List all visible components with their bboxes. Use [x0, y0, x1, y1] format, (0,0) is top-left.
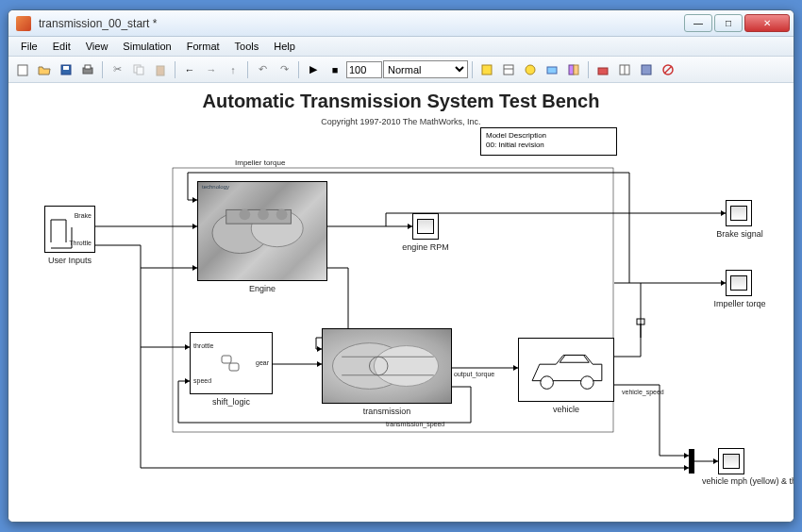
- paste-icon[interactable]: [150, 59, 171, 80]
- menu-edit[interactable]: Edit: [46, 39, 77, 54]
- menu-simulation[interactable]: Simulation: [116, 39, 177, 54]
- svg-point-41: [258, 208, 269, 220]
- library-browser-icon[interactable]: [593, 59, 613, 80]
- svg-rect-8: [482, 65, 492, 75]
- svg-rect-6: [137, 67, 143, 75]
- menu-help[interactable]: Help: [267, 39, 302, 54]
- label-shift-logic: shift_logic: [190, 397, 273, 407]
- menu-format[interactable]: Format: [180, 39, 226, 54]
- label-user-inputs: User Inputs: [44, 256, 95, 265]
- label-brake-signal: Brake signal: [711, 229, 768, 239]
- label-output-torque: output_torque: [454, 371, 494, 377]
- description-box[interactable]: Model Description 00: Initial revision: [480, 127, 617, 156]
- port-sl-gear: gear: [256, 359, 269, 366]
- svg-point-52: [541, 376, 554, 390]
- car-icon: [519, 339, 613, 401]
- block-impeller-torqe-scope[interactable]: [726, 270, 752, 296]
- label-transmission-speed: transmission_speed: [386, 421, 444, 427]
- svg-point-11: [526, 65, 535, 75]
- open-icon[interactable]: [34, 59, 55, 80]
- model-explorer-icon[interactable]: [614, 59, 635, 80]
- svg-rect-2: [63, 66, 69, 70]
- close-button[interactable]: ✕: [744, 14, 790, 32]
- app-window: transmission_00_start * — □ ✕ File Edit …: [8, 9, 794, 523]
- undo-icon[interactable]: ↶: [252, 59, 273, 80]
- label-engine: Engine: [197, 284, 327, 293]
- scope-icon: [727, 271, 751, 295]
- redo-icon[interactable]: ↷: [274, 59, 294, 80]
- svg-rect-0: [18, 65, 27, 75]
- svg-rect-18: [642, 65, 651, 75]
- transmission-image: [323, 329, 451, 403]
- scope-icon: [413, 214, 438, 239]
- svg-rect-12: [547, 67, 557, 74]
- minimize-button[interactable]: —: [684, 14, 712, 32]
- titlebar[interactable]: transmission_00_start * — □ ✕: [8, 10, 794, 37]
- block-vehicle-mph-scope[interactable]: [718, 448, 744, 474]
- port-sl-throttle: throttle: [193, 342, 213, 349]
- desc-line2: 00: Initial revision: [486, 141, 611, 150]
- port-brake: Brake: [75, 212, 92, 219]
- block-transmission[interactable]: [322, 328, 452, 404]
- label-vehicle: vehicle: [518, 405, 614, 414]
- menu-tools[interactable]: Tools: [228, 39, 266, 54]
- label-transmission: transmission: [322, 407, 452, 416]
- svg-rect-14: [574, 65, 578, 75]
- block-shift-logic[interactable]: throttle speed gear: [190, 332, 273, 394]
- svg-rect-13: [569, 65, 574, 75]
- svg-rect-15: [598, 68, 608, 75]
- svg-rect-9: [504, 65, 513, 75]
- port-sl-speed: speed: [193, 377, 211, 384]
- back-icon[interactable]: ←: [179, 59, 200, 80]
- print-icon[interactable]: [77, 59, 98, 80]
- svg-point-53: [581, 376, 594, 390]
- stop-icon[interactable]: ■: [325, 59, 345, 80]
- tb-icon-5[interactable]: [563, 59, 584, 80]
- simulation-mode-select[interactable]: Normal: [383, 60, 468, 78]
- menu-file[interactable]: File: [14, 39, 44, 54]
- label-impeller-torqe: Impeller torqe: [709, 299, 771, 308]
- window-title: transmission_00_start *: [35, 17, 682, 30]
- block-mux[interactable]: [689, 449, 694, 474]
- diagram-title: Automatic Transmission System Test Bench: [8, 91, 794, 112]
- label-impeller-torque: Impeller torque: [235, 158, 285, 167]
- tb-icon-3[interactable]: [520, 59, 541, 80]
- tb-icon-4[interactable]: [542, 59, 562, 80]
- svg-point-46: [374, 346, 438, 387]
- block-engine[interactable]: [197, 181, 327, 281]
- block-engine-rpm-scope[interactable]: [412, 213, 439, 240]
- block-vehicle[interactable]: [518, 338, 614, 402]
- svg-point-40: [239, 208, 250, 220]
- app-icon: [16, 16, 31, 31]
- tb-icon-9[interactable]: [658, 59, 678, 80]
- forward-icon[interactable]: →: [201, 59, 222, 80]
- svg-rect-36: [637, 319, 644, 324]
- menubar: File Edit View Simulation Format Tools H…: [8, 37, 794, 57]
- svg-rect-44: [229, 363, 239, 371]
- new-model-icon[interactable]: [12, 59, 33, 80]
- svg-rect-43: [222, 356, 231, 363]
- save-icon[interactable]: [56, 59, 76, 80]
- svg-marker-51: [560, 355, 589, 362]
- play-icon[interactable]: ▶: [303, 59, 324, 80]
- block-brake-signal-scope[interactable]: [726, 200, 752, 226]
- up-icon[interactable]: ↑: [223, 59, 243, 80]
- tb-icon-2[interactable]: [498, 59, 519, 80]
- label-vehicle-mph: vehicle mph (yellow) & throttle %: [702, 477, 762, 487]
- tb-icon-8[interactable]: [636, 59, 657, 80]
- engine-image: [198, 182, 326, 280]
- svg-point-42: [276, 208, 288, 220]
- block-user-inputs[interactable]: Brake Throttle: [44, 206, 95, 253]
- svg-line-20: [664, 66, 672, 74]
- label-vehicle-speed: vehicle_speed: [622, 389, 664, 395]
- copy-icon[interactable]: [128, 59, 149, 80]
- stop-time-input[interactable]: [346, 61, 382, 78]
- menu-view[interactable]: View: [79, 39, 115, 54]
- tb-icon-1[interactable]: [476, 59, 497, 80]
- desc-line1: Model Description: [486, 131, 611, 141]
- svg-rect-4: [85, 65, 91, 69]
- model-canvas[interactable]: Automatic Transmission System Test Bench…: [8, 83, 794, 522]
- cut-icon[interactable]: ✂: [107, 59, 127, 80]
- maximize-button[interactable]: □: [714, 14, 743, 32]
- diagram-copyright: Copyright 1997-2010 The MathWorks, Inc.: [8, 117, 794, 126]
